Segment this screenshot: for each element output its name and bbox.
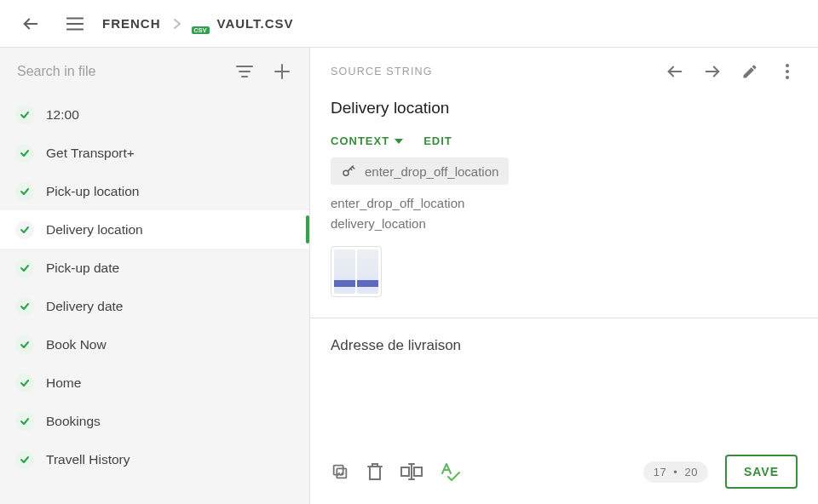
list-item-label: Pick-up date: [46, 261, 119, 276]
list-item-label: Travell History: [46, 452, 130, 467]
text-cursor-icon: [400, 463, 423, 480]
more-button[interactable]: [770, 54, 804, 89]
key-icon: [341, 163, 356, 179]
list-item-label: Get Transport+: [46, 146, 135, 161]
string-list: 12:00Get Transport+Pick-up locationDeliv…: [0, 95, 309, 504]
list-item-label: Delivery location: [46, 222, 143, 238]
chevron-right-icon: [173, 18, 181, 30]
translation-area[interactable]: Adresse de livraison: [310, 318, 818, 441]
list-item[interactable]: Delivery date: [0, 287, 309, 325]
svg-point-13: [786, 76, 789, 79]
arrow-right-icon: [703, 62, 722, 81]
check-icon: [15, 450, 34, 469]
char-count-sep: •: [673, 466, 677, 478]
translation-footer: 17 • 20 SAVE: [310, 441, 818, 504]
source-title: Delivery location: [331, 99, 798, 117]
footer-tools: [331, 462, 626, 481]
screenshot-preview-icon: [334, 249, 355, 294]
breadcrumb-filename: VAULT.CSV: [217, 16, 294, 31]
list-item-label: Book Now: [46, 337, 107, 352]
svg-rect-18: [414, 467, 422, 476]
source-section-label: SOURCE STRING: [331, 66, 658, 77]
filter-button[interactable]: [228, 54, 262, 89]
screenshot-preview-icon: [357, 249, 378, 294]
context-button[interactable]: CONTEXT: [331, 135, 403, 147]
check-icon: [15, 106, 34, 124]
hamburger-icon: [66, 16, 84, 32]
breadcrumb: FRENCH CSV VAULT.CSV: [102, 14, 294, 33]
char-count-current: 17: [654, 466, 666, 478]
menu-button[interactable]: [58, 7, 92, 41]
list-item-label: Bookings: [46, 414, 101, 429]
string-key-chip[interactable]: enter_drop_off_location: [331, 158, 509, 185]
right-panel: SOURCE STRING Delivery location: [310, 48, 818, 504]
spellcheck-button[interactable]: [440, 462, 460, 481]
spellcheck-icon: [440, 462, 460, 481]
extra-keys: enter_drop_off_locationdelivery_location: [331, 193, 798, 234]
check-icon: [15, 259, 34, 278]
check-icon: [15, 374, 34, 392]
insert-placeholder-button[interactable]: [400, 462, 423, 481]
list-item[interactable]: Pick-up date: [0, 249, 309, 287]
svg-point-12: [786, 70, 789, 73]
arrow-left-icon: [21, 14, 40, 33]
context-label: CONTEXT: [331, 135, 389, 147]
check-icon: [15, 412, 34, 431]
main: 12:00Get Transport+Pick-up locationDeliv…: [0, 48, 818, 504]
caret-down-icon: [395, 139, 403, 144]
source-header-actions: [658, 54, 804, 89]
list-item[interactable]: Get Transport+: [0, 134, 309, 172]
trash-icon: [366, 462, 383, 481]
breadcrumb-file[interactable]: CSV VAULT.CSV: [193, 14, 294, 33]
char-count-limit: 20: [684, 466, 697, 478]
list-item-label: 12:00: [46, 107, 79, 123]
next-button[interactable]: [695, 54, 729, 89]
source-header: SOURCE STRING: [310, 48, 818, 95]
list-item[interactable]: 12:00: [0, 95, 309, 134]
string-key-text: enter_drop_off_location: [365, 164, 498, 179]
search-row: [0, 48, 309, 95]
copy-source-button[interactable]: [331, 462, 349, 481]
edit-context-button[interactable]: EDIT: [423, 135, 452, 147]
search-input[interactable]: [17, 64, 224, 79]
save-button[interactable]: SAVE: [725, 455, 798, 489]
source-body: Delivery location CONTEXT EDIT enter_dro…: [310, 95, 818, 318]
check-icon: [15, 144, 34, 163]
list-item[interactable]: Delivery location: [0, 210, 309, 249]
edit-source-button[interactable]: [733, 54, 767, 89]
list-item[interactable]: Book Now: [0, 325, 309, 364]
svg-rect-17: [401, 467, 409, 476]
filter-icon: [236, 65, 253, 78]
prev-button[interactable]: [658, 54, 692, 89]
svg-point-11: [786, 64, 789, 67]
check-icon: [15, 297, 34, 316]
extra-key-line: delivery_location: [331, 214, 798, 234]
more-vertical-icon: [785, 63, 790, 80]
delete-button[interactable]: [366, 462, 383, 481]
left-panel: 12:00Get Transport+Pick-up locationDeliv…: [0, 48, 310, 504]
list-item-label: Pick-up location: [46, 184, 139, 199]
topbar: FRENCH CSV VAULT.CSV: [0, 0, 818, 48]
context-screenshot-thumbnail[interactable]: [331, 246, 382, 297]
pencil-icon: [741, 63, 758, 80]
check-icon: [15, 182, 34, 201]
translation-text: Adresse de livraison: [331, 337, 798, 354]
copy-icon: [331, 462, 349, 481]
arrow-left-icon: [665, 62, 684, 81]
list-item-label: Delivery date: [46, 299, 123, 314]
plus-icon: [274, 63, 291, 80]
list-item[interactable]: Home: [0, 364, 309, 402]
char-counter: 17 • 20: [643, 461, 708, 483]
check-icon: [15, 335, 34, 354]
check-icon: [15, 220, 34, 239]
list-item[interactable]: Travell History: [0, 440, 309, 478]
back-button[interactable]: [14, 7, 48, 41]
breadcrumb-language[interactable]: FRENCH: [102, 16, 161, 31]
add-button[interactable]: [265, 54, 299, 89]
list-item[interactable]: Bookings: [0, 402, 309, 440]
csv-file-icon: CSV: [193, 14, 210, 33]
context-row: CONTEXT EDIT: [331, 135, 798, 147]
extra-key-line: enter_drop_off_location: [331, 193, 798, 214]
list-item[interactable]: Pick-up location: [0, 172, 309, 210]
list-item-label: Home: [46, 375, 81, 391]
